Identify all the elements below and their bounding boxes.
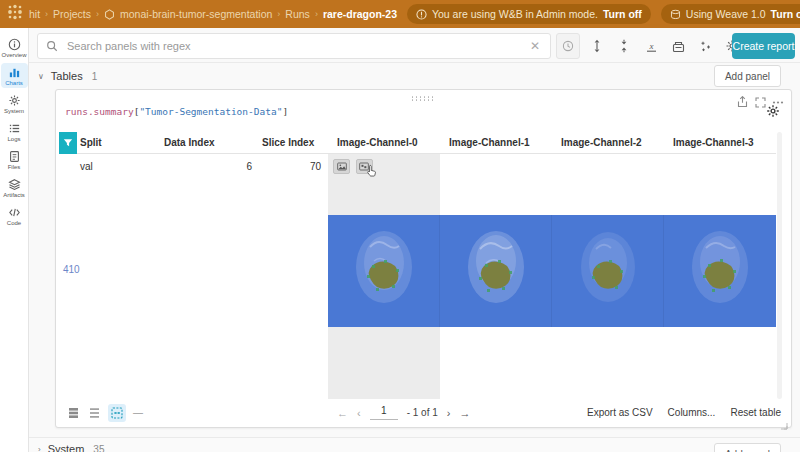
breadcrumb-project[interactable]: monai-brain-tumor-segmentation (120, 8, 272, 20)
mask-icon (359, 162, 369, 171)
weave-turn-off-button[interactable]: Turn off (771, 8, 800, 20)
top-navigation-bar: hit › Projects › monai-brain-tumor-segme… (0, 0, 800, 28)
breadcrumb-runs[interactable]: Runs (285, 8, 310, 20)
cell-slice-index: 70 (259, 161, 328, 172)
magic-sparkle-icon[interactable] (698, 39, 712, 53)
first-page-icon[interactable]: ← (337, 407, 348, 419)
pagination: ← ‹ 1 - 1 of 1 › → (337, 405, 470, 420)
gear-icon (8, 94, 21, 107)
collapse-section-icon[interactable]: ∨ (38, 72, 44, 81)
log-list-icon (8, 122, 21, 135)
sidebar-item-files[interactable]: Files (1, 147, 28, 172)
sidebar-item-code[interactable]: Code (1, 203, 28, 228)
export-csv-button[interactable]: Export as CSV (587, 407, 653, 418)
run-sidebar: Overview Charts System Logs Files Artifa… (0, 28, 29, 452)
breadcrumb-separator: › (277, 9, 280, 19)
column-header-image-channel-2[interactable]: Image-Channel-2 (552, 137, 664, 148)
x-axis-settings-icon[interactable]: x (644, 39, 658, 53)
page-number-input[interactable]: 1 (370, 405, 398, 420)
image-preview-button[interactable] (333, 159, 350, 174)
sidebar-label: Logs (7, 136, 20, 142)
filter-button[interactable] (59, 132, 77, 154)
column-header-image-channel-3[interactable]: Image-Channel-3 (664, 137, 776, 148)
section-title[interactable]: Tables (51, 70, 83, 82)
brain-scan-image-channel-3[interactable] (664, 215, 776, 327)
image-icon (337, 162, 347, 171)
weave-banner-text: Using Weave 1.0 (686, 8, 766, 20)
query-object: runs.summary (65, 106, 134, 117)
breadcrumb-user[interactable]: hit (29, 8, 40, 20)
brain-scan-image-channel-2[interactable] (552, 215, 664, 327)
column-header-data-index[interactable]: Data Index (161, 137, 259, 148)
row-density-controls: — (66, 404, 143, 422)
breadcrumb: hit › Projects › monai-brain-tumor-segme… (29, 8, 397, 20)
expand-section-icon[interactable]: › (38, 445, 41, 452)
alert-icon (416, 9, 427, 20)
query-string: "Tumor-Segmentation-Data" (139, 106, 282, 117)
previous-page-icon[interactable]: ‹ (357, 407, 361, 419)
add-panel-button[interactable]: Add panel (714, 65, 781, 87)
row-index-label[interactable]: 410 (63, 264, 80, 275)
sidebar-item-overview[interactable]: Overview (1, 35, 28, 60)
panel-resize-handle[interactable] (780, 416, 788, 424)
reset-table-button[interactable]: Reset table (730, 407, 781, 418)
clock-icon (562, 40, 574, 52)
next-page-icon[interactable]: › (447, 407, 451, 419)
weave-banner: Using Weave 1.0 Turn off (661, 4, 800, 24)
expand-panels-icon[interactable] (590, 39, 604, 53)
mask-toggle-button[interactable] (356, 159, 373, 174)
column-header-split[interactable]: Split (77, 137, 161, 148)
sidebar-label: System (4, 108, 24, 114)
table-row[interactable]: val 6 70 (59, 154, 776, 178)
info-icon (8, 38, 21, 51)
columns-button[interactable]: Columns... (668, 407, 716, 418)
admin-turn-off-button[interactable]: Turn off (603, 8, 642, 20)
table-scrollbar[interactable] (777, 132, 782, 399)
shrink-rows-icon[interactable]: — (133, 407, 143, 418)
wandb-logo-icon[interactable] (7, 4, 23, 24)
brain-scan-image-channel-1[interactable] (440, 215, 552, 327)
file-icon (8, 150, 21, 163)
tables-section-header: ∨ Tables 1 Add panel (29, 62, 800, 89)
sidebar-item-logs[interactable]: Logs (1, 119, 28, 144)
grid-rows-icon[interactable] (108, 404, 126, 422)
panel-toolbar-icons: x (590, 33, 739, 59)
brain-scan-image-channel-0[interactable] (328, 215, 440, 327)
export-panel-icon[interactable] (737, 94, 749, 106)
funnel-icon (63, 138, 73, 148)
data-table: Split Data Index Slice Index Image-Chann… (59, 132, 776, 399)
sidebar-item-system[interactable]: System (1, 91, 28, 116)
admin-mode-banner: You are using W&B in Admin mode. Turn of… (407, 4, 651, 24)
panel-query-expression[interactable]: runs.summary["Tumor-Segmentation-Data"] (65, 106, 288, 117)
create-report-button[interactable]: Create report (732, 33, 795, 59)
breadcrumb-separator: › (315, 9, 318, 19)
weave-icon (670, 9, 681, 20)
last-page-icon[interactable]: → (459, 407, 470, 419)
panel-settings-gear-icon[interactable] (766, 104, 780, 118)
column-header-image-channel-1[interactable]: Image-Channel-1 (440, 137, 552, 148)
table-header-row: Split Data Index Slice Index Image-Chann… (59, 132, 776, 154)
breadcrumb-separator: › (45, 9, 48, 19)
collapse-panels-icon[interactable] (617, 39, 631, 53)
sidebar-item-artifacts[interactable]: Artifacts (1, 175, 28, 200)
section-title[interactable]: System (48, 443, 85, 452)
image-row (328, 215, 776, 327)
sidebar-label: Code (7, 220, 21, 226)
history-button[interactable] (556, 33, 580, 59)
column-header-image-channel-0[interactable]: Image-Channel-0 (328, 137, 440, 148)
medium-rows-icon[interactable] (87, 406, 101, 420)
clear-search-icon[interactable]: ✕ (528, 39, 542, 53)
breadcrumb-projects[interactable]: Projects (53, 8, 91, 20)
add-panel-button[interactable]: Add panel (714, 443, 781, 452)
layers-icon (8, 178, 21, 191)
drag-handle-icon[interactable] (412, 96, 436, 102)
sidebar-label: Files (8, 164, 21, 170)
panel-layout-icon[interactable] (671, 39, 685, 53)
table-footer: — ← ‹ 1 - 1 of 1 › → Export as CSV Colum… (59, 400, 781, 425)
sidebar-item-charts[interactable]: Charts (1, 63, 28, 88)
compact-rows-icon[interactable] (66, 406, 80, 420)
search-input[interactable] (65, 39, 528, 53)
breadcrumb-run-name[interactable]: rare-dragon-23 (323, 8, 397, 20)
column-header-slice-index[interactable]: Slice Index (259, 137, 328, 148)
brain-mri-with-tumor-mask (446, 219, 546, 323)
